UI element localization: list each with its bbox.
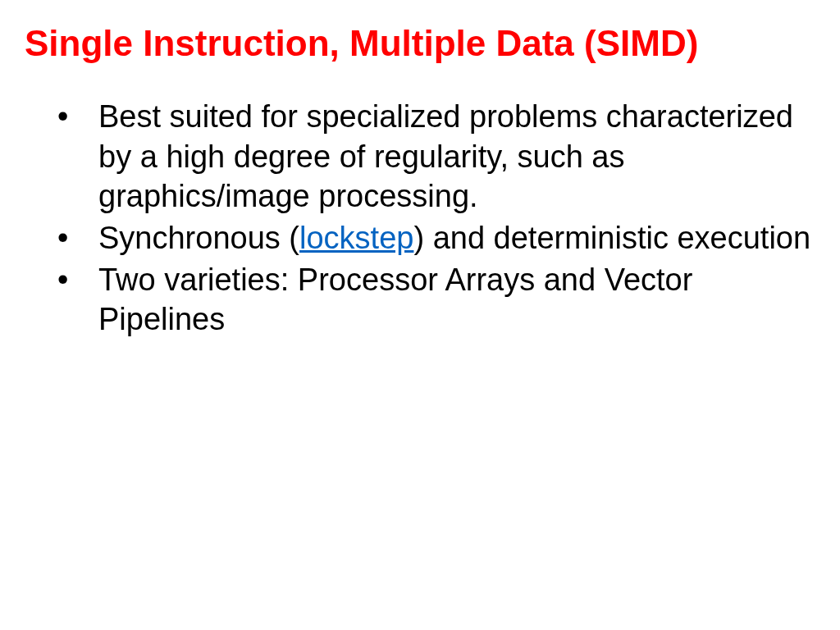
bullet-text: Two varieties: Processor Arrays and Vect… bbox=[98, 262, 692, 337]
slide-title: Single Instruction, Multiple Data (SIMD) bbox=[25, 23, 815, 64]
list-item: Two varieties: Processor Arrays and Vect… bbox=[57, 260, 815, 340]
list-item: Best suited for specialized problems cha… bbox=[57, 97, 815, 217]
bullet-text: Best suited for specialized problems cha… bbox=[98, 99, 793, 213]
list-item: Synchronous (lockstep) and deterministic… bbox=[57, 218, 815, 258]
bullet-text-suffix: ) and deterministic execution bbox=[413, 221, 810, 255]
lockstep-link[interactable]: lockstep bbox=[299, 221, 413, 255]
bullet-text-prefix: Synchronous ( bbox=[98, 221, 299, 255]
bullet-list: Best suited for specialized problems cha… bbox=[25, 97, 815, 340]
